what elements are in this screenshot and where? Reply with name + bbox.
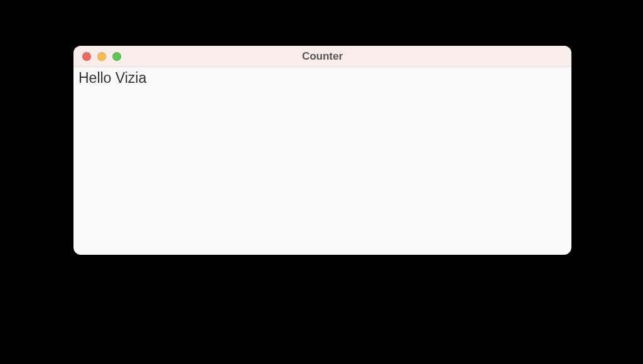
window-content: Hello Vizia bbox=[73, 67, 571, 89]
minimize-icon[interactable] bbox=[97, 52, 106, 61]
traffic-lights bbox=[82, 52, 121, 61]
hello-label: Hello Vizia bbox=[78, 70, 566, 87]
titlebar: Counter bbox=[73, 46, 571, 67]
maximize-icon[interactable] bbox=[112, 52, 121, 61]
window-title: Counter bbox=[73, 50, 571, 63]
close-icon[interactable] bbox=[82, 52, 91, 61]
app-window: Counter Hello Vizia bbox=[73, 46, 571, 255]
